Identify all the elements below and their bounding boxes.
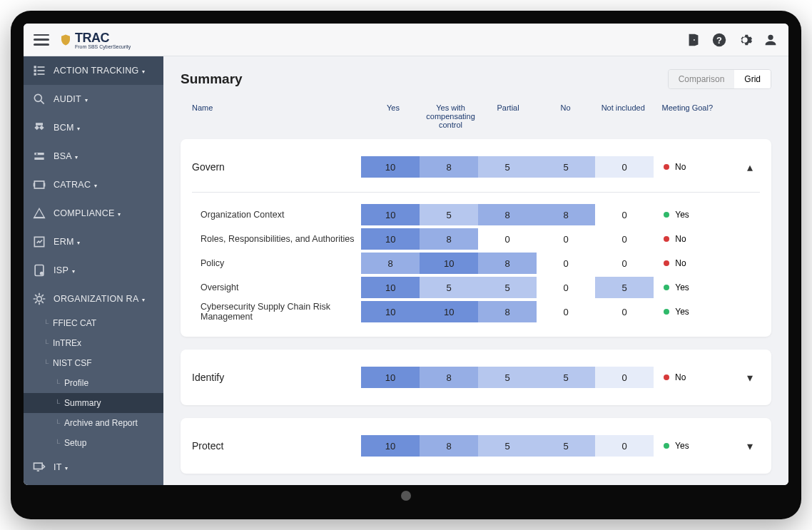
help-icon[interactable]: ? <box>711 32 727 48</box>
value-cell: 5 <box>478 156 537 178</box>
sidebar-sub-intrex[interactable]: └InTREx <box>24 333 163 353</box>
sub-row: Cybersecurity Supply Chain Risk Manageme… <box>192 300 760 324</box>
sidebar-item-isp[interactable]: ISP ▾ <box>24 256 163 285</box>
value-cell: 8 <box>478 204 537 225</box>
menu-icon[interactable] <box>34 34 49 46</box>
value-cell: 10 <box>361 435 420 457</box>
nav-icon <box>32 206 46 220</box>
sidebar-item-label: BSA ▾ <box>54 151 78 161</box>
value-cell: 5 <box>537 435 595 457</box>
value-cell: 0 <box>537 301 595 322</box>
expand-toggle[interactable]: ▴ <box>739 160 760 174</box>
tree-icon: └ <box>55 419 60 427</box>
status-dot-icon <box>664 212 669 218</box>
nav-icon <box>32 292 46 306</box>
door-icon[interactable] <box>686 32 701 48</box>
nav-icon <box>32 149 46 163</box>
sidebar-item-vendor[interactable]: VENDOR ▾ <box>24 481 163 485</box>
grid-tab[interactable]: Grid <box>734 70 771 88</box>
status-dot-icon <box>664 309 669 315</box>
category-card: Identify 108550 No ▾ <box>181 350 771 405</box>
value-cell: 5 <box>478 435 537 457</box>
svg-rect-14 <box>34 217 45 218</box>
sidebar-item-label: FFIEC CAT <box>53 318 96 328</box>
gear-icon[interactable] <box>737 32 753 48</box>
value-cell: 5 <box>537 367 595 388</box>
sidebar-item-action-tracking[interactable]: ACTION TRACKING ▾ <box>24 56 163 85</box>
expand-toggle[interactable]: ▾ <box>739 439 760 453</box>
sub-row: Oversight 105505 Yes <box>192 275 760 300</box>
user-icon[interactable] <box>763 32 778 48</box>
meeting-goal: No <box>664 372 739 382</box>
home-button-icon <box>401 491 411 501</box>
category-row: Govern 108550 No ▴ <box>192 152 760 182</box>
sidebar-item-label: ERM ▾ <box>54 237 81 247</box>
value-cell: 0 <box>595 367 654 388</box>
sidebar-item-bcm[interactable]: BCM ▾ <box>24 113 163 142</box>
sidebar-item-it[interactable]: IT ▾ <box>24 453 163 481</box>
brand-name: TRAC <box>75 31 131 46</box>
nav-icon <box>32 235 46 249</box>
value-cell: 5 <box>420 204 478 225</box>
value-cell: 8 <box>478 253 537 274</box>
sidebar-item-bsa[interactable]: BSA ▾ <box>24 142 163 170</box>
value-cell: 10 <box>420 253 478 274</box>
sidebar-item-erm[interactable]: ERM ▾ <box>24 228 163 256</box>
meeting-goal: Yes <box>664 441 739 451</box>
value-cell: 10 <box>361 301 420 322</box>
sub-row: Organization Context 105880 Yes <box>192 203 760 227</box>
meeting-goal: Yes <box>664 282 739 292</box>
sidebar-item-organization-ra[interactable]: ORGANIZATION RA ▾ <box>24 285 163 313</box>
category-card: Protect 108550 Yes ▾ <box>181 418 771 474</box>
sidebar-sub-ffiec-cat[interactable]: └FFIEC CAT <box>24 313 163 333</box>
value-cell: 10 <box>361 204 420 225</box>
svg-rect-20 <box>37 470 39 472</box>
goal-text: Yes <box>675 307 689 317</box>
col-goal: Meeting Goal? <box>661 103 739 112</box>
sidebar-item-label: CATRAC ▾ <box>54 180 97 190</box>
tree-icon: └ <box>55 399 60 407</box>
value-cell: 5 <box>478 277 537 298</box>
svg-text:?: ? <box>716 34 722 45</box>
value-cell: 10 <box>361 277 420 298</box>
value-cell: 0 <box>537 228 595 250</box>
sidebar-sub-nist-csf[interactable]: └NIST CSF <box>24 353 163 373</box>
meeting-goal: Yes <box>664 307 739 317</box>
sub-name: Cybersecurity Supply Chain Risk Manageme… <box>192 302 361 322</box>
value-cell: 5 <box>478 367 537 388</box>
sidebar-sub-profile[interactable]: └Profile <box>24 373 163 393</box>
sidebar-item-label: Archive and Report <box>64 418 138 428</box>
sub-name: Policy <box>192 258 361 268</box>
status-dot-icon <box>664 164 669 170</box>
sidebar-sub-archive-and-report[interactable]: └Archive and Report <box>24 413 163 433</box>
sidebar-sub-setup[interactable]: └Setup <box>24 433 163 453</box>
expand-toggle[interactable]: ▾ <box>739 371 760 384</box>
sidebar-item-catrac[interactable]: CATRAC ▾ <box>24 170 163 199</box>
logo[interactable]: TRAC From SBS CyberSecurity <box>59 31 131 49</box>
value-cell: 8 <box>537 204 595 225</box>
tree-icon: └ <box>44 320 49 327</box>
svg-line-9 <box>41 101 44 104</box>
tree-icon: └ <box>55 379 60 387</box>
sidebar-sub-summary[interactable]: └Summary <box>24 393 163 413</box>
nav-icon <box>32 263 46 277</box>
sidebar-item-audit[interactable]: AUDIT ▾ <box>24 85 163 113</box>
comparison-tab[interactable]: Comparison <box>669 70 735 88</box>
sub-name: Oversight <box>192 282 361 292</box>
nav-icon <box>32 178 46 192</box>
col-yeswith: Yes with compensating control <box>422 103 479 129</box>
sidebar-item-label: Summary <box>64 398 101 408</box>
divider <box>192 192 760 193</box>
sidebar-item-label: Profile <box>64 378 88 388</box>
col-notincl: Not included <box>594 103 652 112</box>
category-name: Identify <box>192 372 361 383</box>
meeting-goal: No <box>664 234 739 244</box>
sidebar-item-compliance[interactable]: COMPLIANCE ▾ <box>24 199 163 228</box>
value-cell: 8 <box>420 156 478 178</box>
sidebar-item-label: InTREx <box>53 338 81 348</box>
value-cell: 10 <box>361 156 420 178</box>
topbar: TRAC From SBS CyberSecurity ? <box>24 24 788 56</box>
category-name: Protect <box>192 440 361 452</box>
meeting-goal: No <box>664 258 739 268</box>
col-yes: Yes <box>365 103 422 112</box>
